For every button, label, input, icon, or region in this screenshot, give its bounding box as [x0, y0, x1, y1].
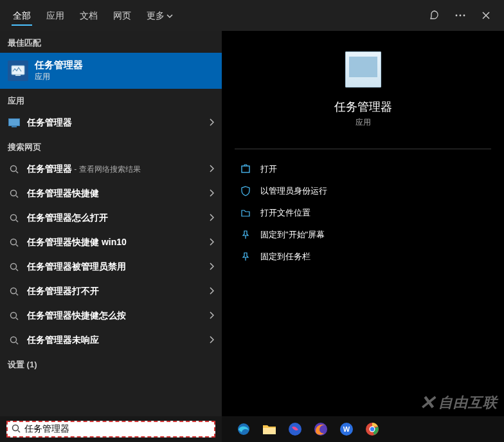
svg-point-0	[456, 15, 458, 17]
taskbar-firefox-icon[interactable]	[309, 416, 332, 442]
action-open-label: 打开	[260, 163, 277, 175]
web-result-label: 任务管理器 - 查看网络搜索结果	[27, 163, 209, 175]
pin-icon	[240, 229, 251, 241]
web-result-label: 任务管理器未响应	[27, 335, 209, 346]
taskbar-pinned-apps: W	[222, 416, 384, 442]
svg-rect-15	[242, 166, 249, 172]
best-match-subtitle: 应用	[35, 71, 83, 82]
svg-rect-4	[15, 75, 21, 76]
best-match-title: 任务管理器	[35, 59, 83, 71]
search-icon	[8, 187, 21, 200]
feedback-icon[interactable]	[422, 3, 447, 28]
search-icon	[8, 212, 21, 225]
web-result-label: 任务管理器被管理员禁用	[27, 261, 209, 273]
taskbar-app-icon-1[interactable]	[284, 416, 307, 442]
tab-documents[interactable]: 文档	[72, 2, 105, 29]
search-icon	[8, 261, 21, 273]
web-result-label: 任务管理器快捷健 win10	[27, 237, 209, 248]
web-result-label: 任务管理器打不开	[27, 286, 209, 297]
chevron-right-icon	[209, 118, 214, 128]
open-icon	[240, 163, 251, 175]
web-result-item[interactable]: 任务管理器快捷健 win10	[0, 230, 222, 255]
svg-point-26	[370, 427, 374, 431]
chevron-right-icon	[209, 311, 214, 321]
search-input[interactable]	[24, 424, 210, 434]
web-result-item[interactable]: 任务管理器未响应	[0, 328, 222, 353]
web-result-item[interactable]: 任务管理器快捷健	[0, 181, 222, 206]
section-web: 搜索网页	[0, 135, 222, 157]
section-best-match: 最佳匹配	[0, 31, 222, 53]
action-pin-start-label: 固定到"开始"屏幕	[260, 229, 325, 241]
folder-icon	[240, 207, 251, 219]
chevron-right-icon	[209, 286, 214, 297]
web-result-item[interactable]: 任务管理器打不开	[0, 279, 222, 304]
search-icon	[8, 309, 21, 322]
close-icon[interactable]	[473, 3, 499, 28]
taskbar: W	[0, 416, 504, 442]
svg-point-16	[13, 425, 19, 430]
taskbar-search[interactable]	[0, 416, 222, 442]
web-result-label: 任务管理器快捷健怎么按	[27, 310, 209, 322]
detail-subtitle: 应用	[356, 117, 371, 128]
svg-point-8	[11, 190, 17, 196]
search-icon	[8, 285, 21, 298]
task-manager-icon	[8, 116, 21, 129]
detail-panel: 任务管理器 应用 打开 以管理员身份运行 打开文件位置 固定到"开	[222, 31, 504, 416]
detail-title: 任务管理器	[334, 99, 392, 115]
search-top-tabs: 全部 应用 文档 网页 更多	[0, 0, 504, 31]
svg-rect-5	[9, 119, 20, 126]
tab-apps[interactable]: 应用	[39, 2, 72, 29]
results-panel: 最佳匹配 任务管理器 应用 应用 任务管理器 搜索网页 任务管理器 -	[0, 31, 222, 416]
search-icon	[8, 334, 21, 347]
chevron-right-icon	[209, 237, 214, 248]
tab-more-label: 更多	[147, 10, 165, 22]
web-result-item[interactable]: 任务管理器被管理员禁用	[0, 255, 222, 279]
action-pin-to-taskbar[interactable]: 固定到任务栏	[230, 246, 496, 268]
chevron-down-icon	[166, 11, 173, 21]
search-icon	[8, 163, 21, 176]
svg-rect-6	[12, 126, 17, 127]
chevron-right-icon	[209, 213, 214, 223]
chevron-right-icon	[209, 335, 214, 345]
chevron-right-icon	[209, 164, 214, 174]
more-options-icon[interactable]	[447, 3, 473, 28]
web-result-item[interactable]: 任务管理器怎么打开	[0, 206, 222, 230]
svg-text:W: W	[343, 425, 350, 433]
app-result-item[interactable]: 任务管理器	[0, 111, 222, 135]
svg-point-7	[11, 166, 17, 172]
svg-rect-18	[263, 428, 276, 434]
action-run-as-admin[interactable]: 以管理员身份运行	[230, 180, 496, 202]
tab-more[interactable]: 更多	[139, 2, 181, 29]
taskbar-wps-icon[interactable]: W	[335, 416, 358, 442]
svg-point-14	[11, 337, 17, 343]
pin-icon	[240, 251, 251, 262]
action-pin-to-start[interactable]: 固定到"开始"屏幕	[230, 224, 496, 246]
taskbar-edge-icon[interactable]	[232, 416, 255, 442]
svg-point-9	[11, 215, 17, 221]
tab-web[interactable]: 网页	[105, 2, 139, 29]
action-open[interactable]: 打开	[230, 158, 496, 180]
svg-point-1	[460, 15, 462, 17]
chevron-right-icon	[209, 189, 214, 199]
svg-point-10	[11, 239, 17, 245]
tab-all[interactable]: 全部	[5, 2, 39, 29]
web-result-item[interactable]: 任务管理器快捷健怎么按	[0, 304, 222, 328]
admin-icon	[240, 185, 251, 197]
best-match-item[interactable]: 任务管理器 应用	[0, 53, 222, 89]
web-result-label: 任务管理器快捷健	[27, 188, 209, 199]
taskbar-file-explorer-icon[interactable]	[258, 416, 281, 442]
web-result-item[interactable]: 任务管理器 - 查看网络搜索结果	[0, 157, 222, 181]
task-manager-icon	[8, 60, 28, 81]
taskbar-chrome-icon[interactable]	[361, 416, 384, 442]
action-open-file-location[interactable]: 打开文件位置	[230, 202, 496, 224]
app-result-label: 任务管理器	[27, 117, 209, 129]
svg-point-2	[464, 15, 465, 17]
chevron-right-icon	[209, 262, 214, 272]
search-icon	[8, 236, 21, 249]
svg-point-13	[11, 313, 17, 318]
section-settings: 设置 (1)	[0, 353, 222, 374]
action-pin-taskbar-label: 固定到任务栏	[260, 251, 310, 262]
task-manager-large-icon	[345, 51, 381, 87]
action-admin-label: 以管理员身份运行	[260, 185, 327, 197]
action-open-location-label: 打开文件位置	[260, 207, 310, 219]
